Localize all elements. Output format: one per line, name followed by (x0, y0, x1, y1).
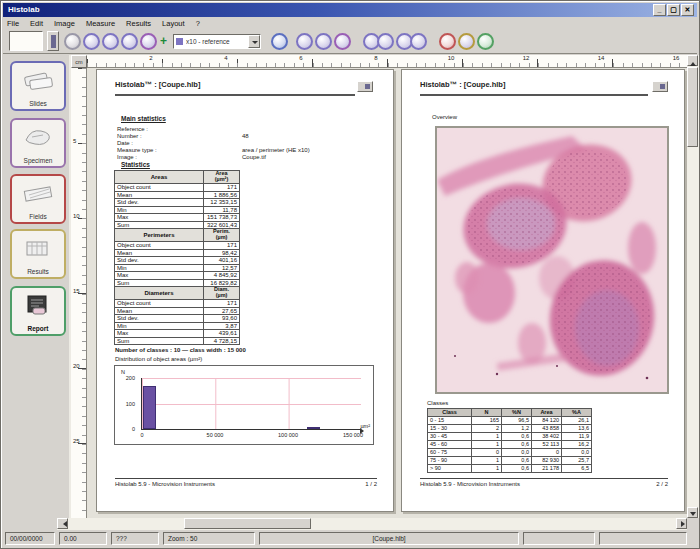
table-cell: N (472, 409, 502, 417)
table-cell: 1,2 (502, 425, 532, 433)
objective-button[interactable] (64, 33, 81, 50)
scroll-up-button[interactable] (687, 55, 698, 66)
ruler-tick-label: 25 (73, 438, 80, 444)
status-unit: ??? (111, 532, 159, 545)
video-button[interactable] (47, 31, 59, 51)
magnification-combo[interactable]: x10 - reference (173, 34, 261, 49)
ruler-tick-label: 4 (224, 55, 227, 61)
y-tick-label: 0 (132, 426, 135, 432)
menu-help[interactable]: ? (192, 18, 204, 29)
table-cell: Object count (115, 300, 204, 308)
page-options-button[interactable] (357, 81, 373, 92)
menu-edit[interactable]: Edit (26, 18, 47, 29)
add-icon[interactable]: + (160, 36, 167, 46)
table-row: Mean27,65 (115, 307, 240, 315)
horizontal-scrollbar[interactable] (57, 518, 687, 530)
table-cell: 45 - 60 (428, 441, 472, 449)
histogram-frame: N 200 100 0 0 50 000 100 000 150 000 µm² (114, 365, 374, 445)
ruler-tick-label: 6 (299, 55, 302, 61)
page-options-button[interactable] (652, 81, 668, 92)
annotate-button[interactable] (296, 33, 313, 50)
table-row: Number :48 (117, 133, 310, 140)
page-footer: Histolab 5.9 - Microvision Instruments 1… (115, 478, 377, 487)
table-cell: Number : (117, 133, 242, 140)
sidebar-button-results[interactable]: Results (10, 229, 66, 279)
scroll-right-button[interactable] (676, 518, 687, 529)
scroll-down-button[interactable] (687, 507, 698, 518)
sidebar-item-label: Slides (12, 100, 64, 107)
sidebar-button-fields[interactable]: Fields (10, 174, 66, 224)
title-bar: Histolab _ ▢ ✕ (3, 3, 697, 17)
table-row: Max151 738,73 (115, 214, 240, 222)
table-cell: 0,6 (502, 457, 532, 465)
table-row: 45 - 6010,652 11316,2 (428, 441, 592, 449)
chart-caption: Distribution of object areas (µm²) (115, 356, 202, 362)
specimen-tool-button[interactable] (102, 33, 119, 50)
ruler-unit-box: cm (71, 55, 87, 68)
table-cell: 1 (472, 465, 502, 473)
table-cell: 25,7 (562, 457, 592, 465)
table-cell: 16,2 (562, 441, 592, 449)
vertical-scrollbar[interactable] (687, 55, 699, 518)
pause-button[interactable] (458, 33, 475, 50)
minimize-button[interactable]: _ (653, 4, 666, 16)
table-cell: Areas (115, 171, 204, 184)
x-axis-unit-label: µm² (360, 423, 370, 429)
results-tool-button[interactable] (140, 33, 157, 50)
horizontal-scroll-thumb[interactable] (184, 518, 311, 529)
table-cell: 1 886,56 (204, 191, 240, 199)
export-button[interactable] (334, 33, 351, 50)
menu-layout[interactable]: Layout (158, 18, 189, 29)
run-button[interactable] (477, 33, 494, 50)
copy-button[interactable] (315, 33, 332, 50)
menu-image[interactable]: Image (50, 18, 79, 29)
table-cell: Mean (115, 191, 204, 199)
report-canvas: Histolab™ : [Coupe.hlb] Main statistics … (87, 68, 687, 518)
footer-text: Histolab 5.9 - Microvision Instruments (420, 481, 520, 487)
maximize-button[interactable]: ▢ (667, 4, 680, 16)
table-cell: 38 402 (532, 433, 562, 441)
zoom-out-button[interactable] (377, 33, 394, 50)
sidebar-button-report[interactable]: Report (10, 286, 66, 336)
sidebar-button-specimen[interactable]: Specimen (10, 118, 66, 168)
page-title: Histolab™ : [Coupe.hlb] (420, 80, 505, 89)
slides-tool-button[interactable] (83, 33, 100, 50)
class-distribution-table: ClassN%NArea%A0 - 1516596,584 12026,115 … (427, 408, 592, 473)
table-row: Std dev.401,16 (115, 257, 240, 265)
sidebar-item-label: Results (12, 268, 64, 275)
page-footer: Histolab 5.9 - Microvision Instruments 2… (420, 478, 668, 487)
table-cell: 401,16 (204, 257, 240, 265)
ruler-tick-label: 14 (598, 55, 605, 61)
table-cell: Reference : (117, 126, 242, 133)
fields-icon (21, 180, 55, 206)
sidebar-button-slides[interactable]: Slides (10, 61, 66, 111)
y-tick-label: 200 (126, 375, 135, 381)
table-cell: 0 (532, 449, 562, 457)
menu-results[interactable]: Results (122, 18, 155, 29)
chart-bar (143, 386, 156, 429)
table-row: Min12,57 (115, 264, 240, 272)
close-button[interactable]: ✕ (681, 4, 694, 16)
table-row: Mean98,42 (115, 249, 240, 257)
table-cell: 4 845,92 (204, 272, 240, 280)
fields-tool-button[interactable] (121, 33, 138, 50)
table-cell: Std dev. (115, 257, 204, 265)
stop-button[interactable] (439, 33, 456, 50)
fit-button[interactable] (410, 33, 427, 50)
menu-file[interactable]: File (3, 18, 23, 29)
table-cell: 0,6 (502, 441, 532, 449)
slides-icon (21, 67, 55, 93)
table-cell: 4 728,15 (204, 337, 240, 345)
vertical-scroll-thumb[interactable] (687, 67, 698, 147)
table-cell (242, 126, 310, 133)
image-label: Overview (432, 114, 457, 120)
table-cell: Max (115, 330, 204, 338)
chevron-down-icon[interactable] (248, 35, 260, 48)
table-cell: Coupe.tif (242, 154, 310, 161)
menu-measure[interactable]: Measure (82, 18, 119, 29)
overview-button[interactable] (271, 33, 288, 50)
scroll-left-button[interactable] (57, 518, 68, 529)
table-cell: 15 - 30 (428, 425, 472, 433)
table-cell: area / perimeter (HE x10) (242, 147, 310, 154)
table-cell: 6,5 (562, 465, 592, 473)
